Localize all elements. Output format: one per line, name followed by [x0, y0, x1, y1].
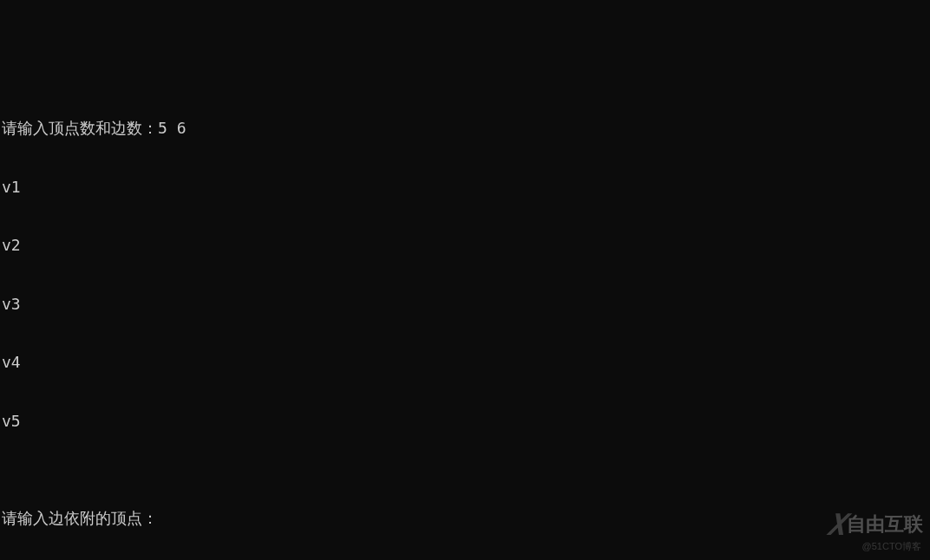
terminal-output: 请输入顶点数和边数：5 6 v1 v2 v3 v4 v5 请输入边依附的顶点： …	[0, 78, 930, 560]
console-line: v5	[2, 412, 930, 432]
console-line: v4	[2, 353, 930, 373]
console-line: v2	[2, 236, 930, 256]
console-line: v1	[2, 178, 930, 198]
console-line: 请输入边依附的顶点：	[2, 509, 930, 529]
console-line: 请输入顶点数和边数：5 6	[2, 119, 930, 139]
console-line: v3	[2, 295, 930, 315]
